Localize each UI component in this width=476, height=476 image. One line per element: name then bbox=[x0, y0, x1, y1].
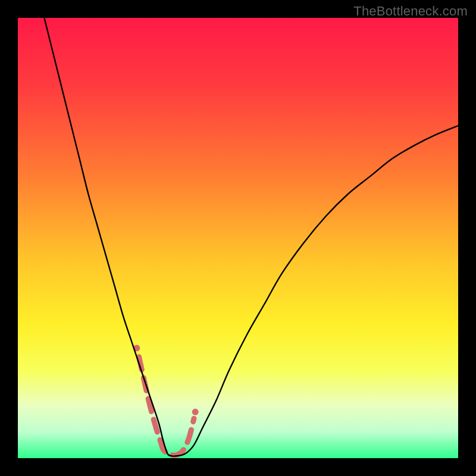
chart-svg bbox=[18, 18, 458, 458]
chart-frame: TheBottleneck.com bbox=[0, 0, 476, 476]
watermark-text: TheBottleneck.com bbox=[353, 4, 468, 19]
dashed-dot bbox=[192, 409, 199, 415]
plot-area bbox=[18, 18, 458, 458]
gradient-background bbox=[18, 18, 458, 458]
